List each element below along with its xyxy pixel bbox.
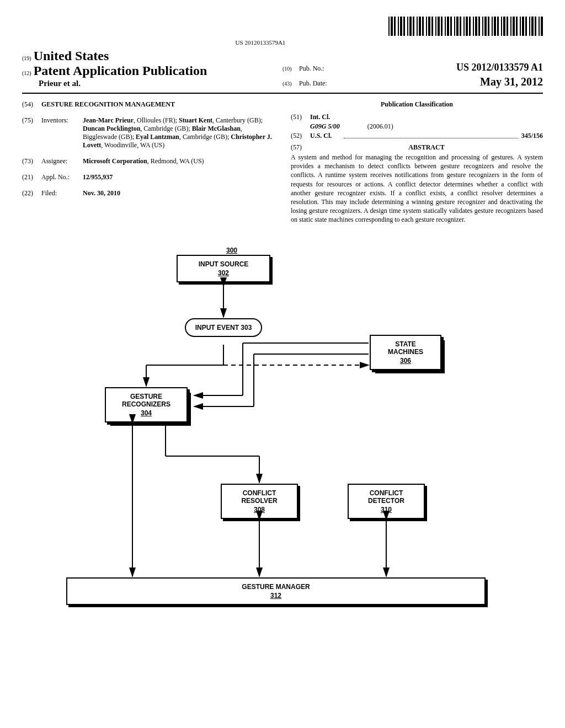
gesture-recognizers-label: GESTURE RECOGNIZERS [122,393,170,408]
inventor-name: Jean-Marc Prieur [83,116,134,124]
inventor-name: Eyal Lantzman [136,133,179,141]
input-source-label: INPUT SOURCE [199,260,249,268]
conflict-resolver-label: CONFLICT RESOLVER [241,489,277,505]
field-21: (21) [22,173,41,181]
inventor-name: Blair McGlashan [192,125,241,132]
int-cl-label: Int. Cl. [310,113,340,121]
ref-302: 302 [184,269,263,277]
ref-312: 312 [74,592,478,599]
assignee-loc: , Redmond, WA (US) [147,157,204,165]
box-gesture-recognizers: GESTURE RECOGNIZERS 304 [105,387,188,422]
inventor-loc: , Woodinville, WA (US) [101,141,164,149]
int-cl-code: G09G 5/00 [310,122,340,131]
pub-no-label: Pub. No.: [299,65,343,73]
filed-label: Filed: [41,189,83,197]
inventor-loc: , Cambridge (GB); [140,125,190,132]
conflict-detector-label: CONFLICT DETECTOR [368,489,404,505]
filed-date: Nov. 30, 2010 [83,189,120,197]
box-input-source: INPUT SOURCE 302 [177,255,270,282]
pub-date-label: Pub. Date: [299,79,343,88]
inventor-loc: , Canterbury (GB); [212,116,263,124]
field-54: (54) [22,100,41,109]
header-left: (19) United States (12) Patent Applicati… [22,49,282,88]
barcode-area: US 20120133579A1 [22,17,543,46]
publication-type: Patent Application Publication [34,63,207,78]
box-conflict-resolver: CONFLICT RESOLVER 308 [221,484,298,519]
biblio-right-column: Publication Classification (51) Int. Cl.… [291,100,543,224]
document-header: (19) United States (12) Patent Applicati… [22,49,543,94]
barcode-text: US 20120133579A1 [22,39,499,46]
box-gesture-manager: GESTURE MANAGER 312 [66,577,486,605]
ref-310: 310 [355,506,417,513]
box-input-event: INPUT EVENT 303 [185,318,262,337]
field-52: (52) [291,132,310,140]
field-51: (51) [291,113,310,121]
biblio-left-column: (54) GESTURE RECOGNITION MANAGEMENT (75)… [22,100,274,224]
box-state-machines: STATE MACHINES 306 [370,335,441,370]
inventor-name: Stuart Kent [179,116,212,124]
gesture-manager-label: GESTURE MANAGER [242,583,310,591]
pub-date: May 31, 2012 [343,76,543,88]
inventors-list: Jean-Marc Prieur, Ollioules (FR); Stuart… [83,116,274,149]
us-cl-label: U.S. Cl. [310,132,340,140]
country: United States [34,49,109,63]
invention-title: GESTURE RECOGNITION MANAGEMENT [41,100,175,109]
state-machines-label: STATE MACHINES [388,340,423,356]
field-22: (22) [22,189,41,197]
bibliographic-section: (54) GESTURE RECOGNITION MANAGEMENT (75)… [22,100,543,224]
field-43: (43) [282,81,299,87]
box-conflict-detector: CONFLICT DETECTOR 310 [348,484,425,519]
appl-no-label: Appl. No.: [41,173,83,181]
assignee-label: Assignee: [41,157,83,165]
figure-diagram: 300 INPUT SOURCE 302 INPUT EVENT 303 GES… [22,247,543,622]
field-12: (12) [22,70,31,76]
dot-leader [344,132,518,138]
ref-304: 304 [113,409,180,417]
connector-lines [22,247,543,622]
int-cl-year: (2006.01) [367,122,393,131]
field-19: (19) [22,55,31,61]
ref-306: 306 [377,357,434,365]
ref-303: 303 [241,324,252,331]
barcode-graphic [388,17,543,36]
input-event-label: INPUT EVENT [195,324,239,331]
ref-308: 308 [228,506,290,513]
field-73: (73) [22,157,41,165]
inventor-loc: , Ollioules (FR); [134,116,177,124]
field-57: (57) [291,143,310,152]
us-cl-code: 345/156 [521,132,543,140]
header-right: (10) Pub. No.: US 2012/0133579 A1 (43) P… [282,49,543,88]
author-line: Prieur et al. [22,79,81,88]
classification-header: Publication Classification [291,100,543,109]
assignee-name: Microsoft Corporation [83,157,147,165]
ref-300: 300 [226,247,237,254]
inventors-label: Inventors: [41,116,83,149]
assignee-value: Microsoft Corporation, Redmond, WA (US) [83,157,274,165]
pub-no: US 2012/0133579 A1 [343,62,543,73]
field-75: (75) [22,116,41,149]
inventor-name: Duncan Pocklington [83,125,140,132]
field-10: (10) [282,66,299,72]
inventor-loc: , Cambridge (GB); [179,133,229,141]
appl-no: 12/955,937 [83,173,113,181]
abstract-label: ABSTRACT [310,143,543,152]
abstract-text: A system and method for managing the rec… [291,153,543,224]
